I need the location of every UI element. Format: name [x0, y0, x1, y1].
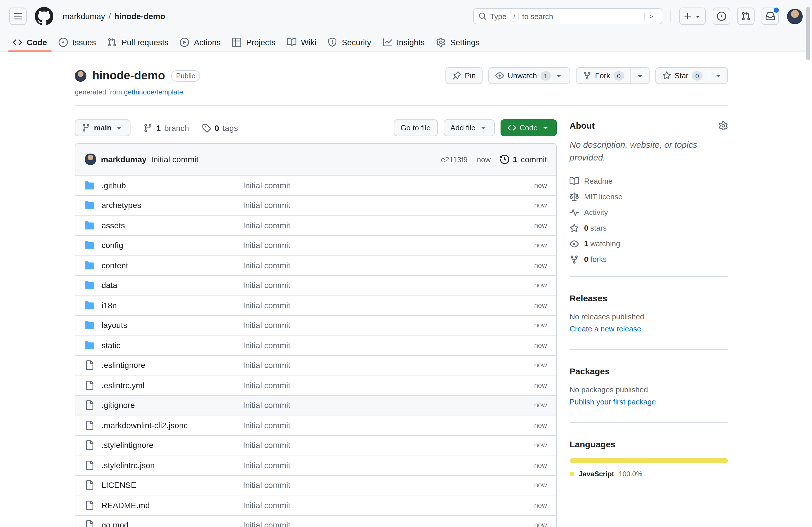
- branch-selector-button[interactable]: main: [75, 119, 131, 136]
- language-legend-item[interactable]: JavaScript 100.0%: [569, 470, 728, 478]
- about-forks-link[interactable]: 0 forks: [569, 252, 728, 267]
- go-to-file-button[interactable]: Go to file: [393, 119, 438, 136]
- file-name-link[interactable]: .gitignore: [102, 401, 243, 410]
- file-commit-link[interactable]: Initial commit: [243, 221, 534, 230]
- fork-dropdown-button[interactable]: [630, 68, 649, 84]
- slash-key-hint: /: [510, 11, 519, 21]
- pull-requests-dashboard-button[interactable]: [737, 7, 755, 25]
- notifications-inbox-button[interactable]: [762, 7, 779, 25]
- chevron-down-icon: [541, 123, 550, 132]
- file-name-link[interactable]: assets: [102, 221, 243, 230]
- generated-from-line: generated from gethinode/template: [75, 88, 728, 96]
- hamburger-menu-button[interactable]: [9, 7, 27, 25]
- plus-icon: [683, 12, 693, 21]
- about-watching-link[interactable]: 1 watching: [569, 236, 728, 252]
- releases-section: Releases No releases published Create a …: [569, 276, 728, 340]
- commit-author-link[interactable]: markdumay: [101, 155, 146, 164]
- tab-wiki[interactable]: Wiki: [282, 32, 321, 51]
- code-button[interactable]: Code: [501, 119, 557, 136]
- file-commit-link[interactable]: Initial commit: [243, 461, 534, 470]
- file-time: now: [534, 261, 547, 269]
- file-commit-link[interactable]: Initial commit: [243, 381, 534, 390]
- about-stars-link[interactable]: 0 stars: [569, 220, 728, 236]
- tab-actions[interactable]: Actions: [175, 32, 225, 51]
- file-time: now: [534, 501, 547, 509]
- file-name-link[interactable]: .markdownlint-cli2.jsonc: [102, 421, 243, 430]
- commit-sha-link[interactable]: e2113f9: [441, 155, 467, 164]
- tab-insights[interactable]: Insights: [378, 32, 430, 51]
- repo-title[interactable]: hinode-demo: [92, 69, 165, 82]
- file-commit-link[interactable]: Initial commit: [243, 181, 534, 190]
- add-file-button[interactable]: Add file: [444, 119, 495, 136]
- commit-history-link[interactable]: 1commit: [500, 155, 547, 164]
- tab-settings[interactable]: Settings: [432, 32, 484, 51]
- unwatch-button[interactable]: Unwatch 1: [488, 67, 570, 84]
- file-name-link[interactable]: .eslintrc.yml: [102, 381, 243, 390]
- search-placeholder-suffix: to search: [522, 12, 553, 20]
- tab-pull-requests[interactable]: Pull requests: [103, 32, 173, 51]
- tab-security[interactable]: Security: [323, 32, 376, 51]
- repo-sidebar: About No description, website, or topics…: [569, 119, 728, 485]
- file-commit-link[interactable]: Initial commit: [243, 441, 534, 450]
- repo-forked-icon: [583, 71, 592, 80]
- publish-package-link[interactable]: Publish your first package: [569, 397, 728, 406]
- file-time: now: [534, 481, 547, 490]
- file-name-link[interactable]: .stylelintrc.json: [102, 461, 243, 470]
- file-commit-link[interactable]: Initial commit: [243, 421, 534, 430]
- about-readme-link[interactable]: Readme: [569, 173, 728, 189]
- tab-issues[interactable]: Issues: [54, 32, 101, 51]
- file-name-link[interactable]: config: [102, 241, 243, 250]
- file-commit-link[interactable]: Initial commit: [243, 281, 534, 290]
- file-name-link[interactable]: static: [102, 341, 243, 350]
- file-name-link[interactable]: data: [102, 281, 243, 290]
- book-icon: [569, 177, 579, 186]
- gear-icon[interactable]: [719, 121, 728, 130]
- commit-author-avatar[interactable]: [85, 153, 96, 165]
- file-name-link[interactable]: README.md: [102, 501, 243, 510]
- file-commit-link[interactable]: Initial commit: [243, 401, 534, 410]
- file-name-link[interactable]: .github: [102, 181, 243, 190]
- file-row: .stylelintignore Initial commit now: [75, 435, 556, 455]
- issues-dashboard-button[interactable]: [713, 7, 730, 25]
- star-dropdown-button[interactable]: [709, 68, 727, 84]
- file-commit-link[interactable]: Initial commit: [243, 321, 534, 330]
- file-name-link[interactable]: layouts: [102, 321, 243, 330]
- file-commit-link[interactable]: Initial commit: [243, 301, 534, 310]
- file-name-link[interactable]: .stylelintignore: [102, 441, 243, 450]
- about-activity-link[interactable]: Activity: [569, 205, 728, 220]
- file-commit-link[interactable]: Initial commit: [243, 261, 534, 270]
- file-commit-link[interactable]: Initial commit: [243, 241, 534, 250]
- breadcrumb-repo-link[interactable]: hinode-demo: [114, 12, 165, 21]
- file-commit-link[interactable]: Initial commit: [243, 501, 534, 510]
- tab-code[interactable]: Code: [8, 32, 52, 51]
- star-button[interactable]: Star 0: [656, 68, 709, 84]
- global-search-input[interactable]: Type / to search >_: [473, 8, 662, 24]
- file-name-link[interactable]: go.mod: [102, 521, 243, 527]
- file-time: now: [534, 421, 547, 430]
- file-name-link[interactable]: .eslintignore: [102, 361, 243, 370]
- template-source-link[interactable]: gethinode/template: [124, 88, 183, 96]
- branches-link[interactable]: 1branch: [144, 123, 189, 132]
- tags-link[interactable]: 0tags: [202, 123, 238, 132]
- github-logo[interactable]: [35, 7, 53, 26]
- about-license-link[interactable]: MIT license: [569, 189, 728, 205]
- pin-button[interactable]: Pin: [446, 67, 483, 84]
- file-name-link[interactable]: i18n: [102, 301, 243, 310]
- command-palette-icon[interactable]: >_: [644, 13, 657, 20]
- file-commit-link[interactable]: Initial commit: [243, 481, 534, 490]
- file-commit-link[interactable]: Initial commit: [243, 201, 534, 210]
- file-commit-link[interactable]: Initial commit: [243, 521, 534, 527]
- create-new-button[interactable]: [679, 7, 706, 25]
- file-name-link[interactable]: content: [102, 261, 243, 270]
- file-commit-link[interactable]: Initial commit: [243, 341, 534, 350]
- page-scrollbar[interactable]: [806, 7, 810, 60]
- user-avatar[interactable]: [787, 9, 803, 24]
- file-name-link[interactable]: LICENSE: [102, 481, 243, 490]
- fork-button[interactable]: Fork 0: [577, 68, 630, 84]
- commit-message-link[interactable]: Initial commit: [151, 155, 198, 164]
- create-release-link[interactable]: Create a new release: [569, 325, 728, 333]
- file-name-link[interactable]: archetypes: [102, 201, 243, 210]
- tab-projects[interactable]: Projects: [228, 32, 280, 51]
- breadcrumb-owner-link[interactable]: markdumay: [63, 12, 105, 21]
- file-commit-link[interactable]: Initial commit: [243, 361, 534, 370]
